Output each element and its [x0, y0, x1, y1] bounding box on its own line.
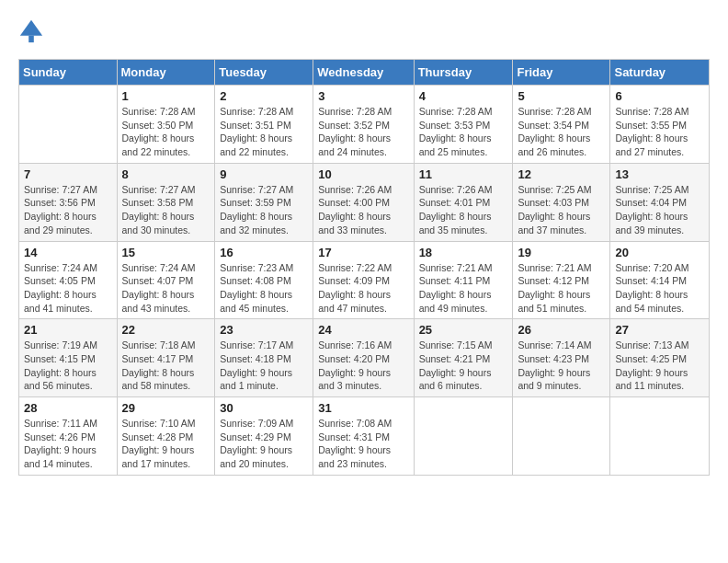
day-info: Sunrise: 7:16 AMSunset: 4:20 PMDaylight:… — [318, 339, 408, 393]
day-number: 20 — [615, 246, 704, 259]
calendar-cell: 23Sunrise: 7:17 AMSunset: 4:18 PMDayligh… — [215, 319, 313, 397]
day-info: Sunrise: 7:26 AMSunset: 4:01 PMDaylight:… — [419, 183, 508, 237]
day-header-friday: Friday — [513, 60, 610, 86]
day-number: 14 — [24, 246, 112, 259]
day-number: 15 — [122, 246, 210, 259]
day-number: 6 — [615, 89, 704, 103]
calendar-cell: 18Sunrise: 7:21 AMSunset: 4:11 PMDayligh… — [414, 241, 513, 319]
day-info: Sunrise: 7:23 AMSunset: 4:08 PMDaylight:… — [220, 261, 308, 316]
day-number: 31 — [318, 401, 408, 415]
calendar-cell: 24Sunrise: 7:16 AMSunset: 4:20 PMDayligh… — [313, 319, 414, 397]
calendar-cell: 4Sunrise: 7:28 AMSunset: 3:53 PMDaylight… — [414, 86, 513, 164]
day-number: 19 — [518, 246, 605, 259]
day-info: Sunrise: 7:25 AMSunset: 4:03 PMDaylight:… — [518, 183, 605, 237]
day-info: Sunrise: 7:14 AMSunset: 4:23 PMDaylight:… — [518, 339, 605, 393]
day-number: 1 — [122, 89, 210, 103]
day-number: 23 — [220, 323, 308, 337]
calendar-cell: 10Sunrise: 7:26 AMSunset: 4:00 PMDayligh… — [313, 163, 414, 241]
day-number: 9 — [220, 167, 308, 181]
day-info: Sunrise: 7:19 AMSunset: 4:15 PMDaylight:… — [24, 339, 112, 393]
day-info: Sunrise: 7:28 AMSunset: 3:55 PMDaylight:… — [615, 105, 704, 159]
day-number: 8 — [122, 167, 210, 181]
day-number: 22 — [122, 323, 210, 337]
day-info: Sunrise: 7:24 AMSunset: 4:07 PMDaylight:… — [122, 261, 210, 316]
calendar-table: SundayMondayTuesdayWednesdayThursdayFrid… — [18, 59, 710, 476]
calendar-cell: 31Sunrise: 7:08 AMSunset: 4:31 PMDayligh… — [313, 397, 414, 476]
day-number: 10 — [318, 167, 408, 181]
day-info: Sunrise: 7:28 AMSunset: 3:52 PMDaylight:… — [318, 105, 408, 159]
calendar-cell: 27Sunrise: 7:13 AMSunset: 4:25 PMDayligh… — [610, 319, 710, 397]
day-info: Sunrise: 7:28 AMSunset: 3:54 PMDaylight:… — [518, 105, 605, 159]
day-number: 11 — [419, 167, 508, 181]
day-number: 24 — [318, 323, 408, 337]
day-number: 25 — [419, 323, 508, 337]
calendar-week-1: 1Sunrise: 7:28 AMSunset: 3:50 PMDaylight… — [19, 86, 710, 164]
day-number: 2 — [220, 89, 308, 103]
day-number: 26 — [518, 323, 605, 337]
day-number: 16 — [220, 246, 308, 259]
day-number: 12 — [518, 167, 605, 181]
day-header-sunday: Sunday — [19, 60, 118, 86]
calendar-week-3: 14Sunrise: 7:24 AMSunset: 4:05 PMDayligh… — [19, 241, 710, 319]
day-header-saturday: Saturday — [610, 60, 710, 86]
day-number: 30 — [220, 401, 308, 415]
calendar-week-2: 7Sunrise: 7:27 AMSunset: 3:56 PMDaylight… — [19, 163, 710, 241]
day-number: 21 — [24, 323, 112, 337]
day-header-wednesday: Wednesday — [313, 60, 414, 86]
day-info: Sunrise: 7:27 AMSunset: 3:56 PMDaylight:… — [24, 183, 112, 237]
day-number: 7 — [24, 167, 112, 181]
calendar-cell: 19Sunrise: 7:21 AMSunset: 4:12 PMDayligh… — [513, 241, 610, 319]
day-info: Sunrise: 7:20 AMSunset: 4:14 PMDaylight:… — [615, 261, 704, 316]
day-number: 28 — [24, 401, 112, 415]
day-header-thursday: Thursday — [414, 60, 513, 86]
day-info: Sunrise: 7:18 AMSunset: 4:17 PMDaylight:… — [122, 339, 210, 393]
day-info: Sunrise: 7:22 AMSunset: 4:09 PMDaylight:… — [318, 261, 408, 316]
day-number: 13 — [615, 167, 704, 181]
day-number: 18 — [419, 246, 508, 259]
calendar-cell: 2Sunrise: 7:28 AMSunset: 3:51 PMDaylight… — [215, 86, 313, 164]
calendar-cell: 5Sunrise: 7:28 AMSunset: 3:54 PMDaylight… — [513, 86, 610, 164]
calendar-cell: 26Sunrise: 7:14 AMSunset: 4:23 PMDayligh… — [513, 319, 610, 397]
svg-rect-1 — [28, 36, 34, 42]
calendar-cell: 30Sunrise: 7:09 AMSunset: 4:29 PMDayligh… — [215, 397, 313, 476]
calendar-cell — [513, 397, 610, 476]
day-info: Sunrise: 7:26 AMSunset: 4:00 PMDaylight:… — [318, 183, 408, 237]
calendar-cell: 13Sunrise: 7:25 AMSunset: 4:04 PMDayligh… — [610, 163, 710, 241]
page-header — [18, 18, 710, 44]
day-info: Sunrise: 7:28 AMSunset: 3:50 PMDaylight:… — [122, 105, 210, 159]
day-info: Sunrise: 7:27 AMSunset: 3:59 PMDaylight:… — [220, 183, 308, 237]
calendar-cell: 11Sunrise: 7:26 AMSunset: 4:01 PMDayligh… — [414, 163, 513, 241]
day-info: Sunrise: 7:09 AMSunset: 4:29 PMDaylight:… — [220, 417, 308, 471]
day-info: Sunrise: 7:08 AMSunset: 4:31 PMDaylight:… — [318, 417, 408, 471]
day-info: Sunrise: 7:28 AMSunset: 3:51 PMDaylight:… — [220, 105, 308, 159]
calendar-cell: 20Sunrise: 7:20 AMSunset: 4:14 PMDayligh… — [610, 241, 710, 319]
day-header-tuesday: Tuesday — [215, 60, 313, 86]
day-number: 3 — [318, 89, 408, 103]
day-header-monday: Monday — [117, 60, 215, 86]
day-info: Sunrise: 7:10 AMSunset: 4:28 PMDaylight:… — [122, 417, 210, 471]
day-number: 5 — [518, 89, 605, 103]
calendar-week-5: 28Sunrise: 7:11 AMSunset: 4:26 PMDayligh… — [19, 397, 710, 476]
calendar-cell: 3Sunrise: 7:28 AMSunset: 3:52 PMDaylight… — [313, 86, 414, 164]
calendar-cell — [610, 397, 710, 476]
day-info: Sunrise: 7:13 AMSunset: 4:25 PMDaylight:… — [615, 339, 704, 393]
calendar-cell: 7Sunrise: 7:27 AMSunset: 3:56 PMDaylight… — [19, 163, 118, 241]
calendar-cell: 6Sunrise: 7:28 AMSunset: 3:55 PMDaylight… — [610, 86, 710, 164]
day-number: 4 — [419, 89, 508, 103]
logo-icon — [18, 18, 44, 44]
day-info: Sunrise: 7:17 AMSunset: 4:18 PMDaylight:… — [220, 339, 308, 393]
day-info: Sunrise: 7:25 AMSunset: 4:04 PMDaylight:… — [615, 183, 704, 237]
day-info: Sunrise: 7:11 AMSunset: 4:26 PMDaylight:… — [24, 417, 112, 471]
logo — [18, 18, 48, 44]
calendar-cell: 22Sunrise: 7:18 AMSunset: 4:17 PMDayligh… — [117, 319, 215, 397]
svg-marker-0 — [20, 20, 42, 36]
day-info: Sunrise: 7:28 AMSunset: 3:53 PMDaylight:… — [419, 105, 508, 159]
calendar-cell: 9Sunrise: 7:27 AMSunset: 3:59 PMDaylight… — [215, 163, 313, 241]
day-number: 29 — [122, 401, 210, 415]
calendar-cell — [414, 397, 513, 476]
day-info: Sunrise: 7:15 AMSunset: 4:21 PMDaylight:… — [419, 339, 508, 393]
calendar-cell: 1Sunrise: 7:28 AMSunset: 3:50 PMDaylight… — [117, 86, 215, 164]
calendar-cell: 28Sunrise: 7:11 AMSunset: 4:26 PMDayligh… — [19, 397, 118, 476]
day-info: Sunrise: 7:27 AMSunset: 3:58 PMDaylight:… — [122, 183, 210, 237]
day-info: Sunrise: 7:21 AMSunset: 4:11 PMDaylight:… — [419, 261, 508, 316]
